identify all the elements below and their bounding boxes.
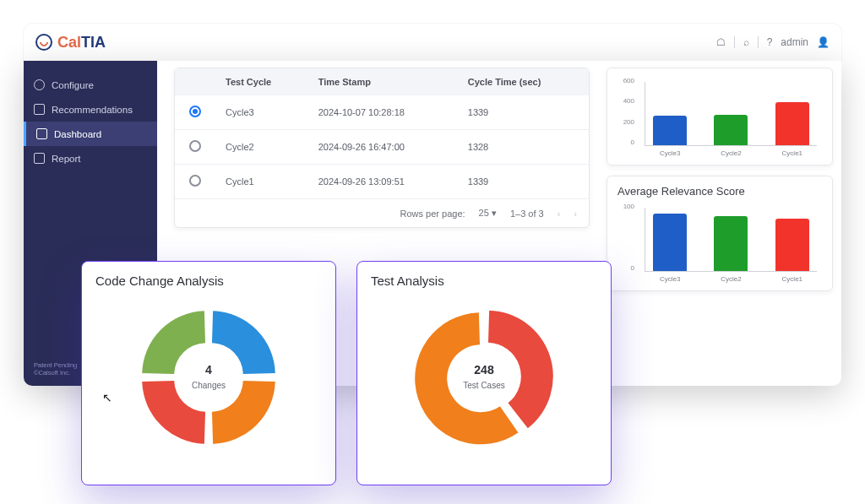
sidebar-item-label: Configure: [52, 80, 94, 90]
search-icon[interactable]: ⌕: [743, 36, 749, 48]
test-analysis-card: Test Analysis 248 Test Cases: [356, 261, 612, 485]
pager-range: 1–3 of 3: [510, 209, 544, 219]
code-change-title: Code Change Analysis: [95, 274, 322, 288]
sidebar-item-report[interactable]: Report: [24, 146, 157, 171]
notifications-icon[interactable]: ☖: [716, 36, 726, 48]
sidebar-item-label: Report: [52, 154, 81, 164]
sidebar-item-label: Recommendations: [52, 105, 133, 115]
sparkle-icon: [34, 104, 45, 115]
col-select: [175, 68, 215, 95]
code-change-count: 4: [192, 363, 226, 377]
test-cycle-table-card: Test Cycle Time Stamp Cycle Time (sec) C…: [174, 68, 590, 228]
table-row[interactable]: Cycle3 2024-10-07 10:28:18 1339: [175, 95, 589, 130]
sidebar-item-configure[interactable]: Configure: [24, 73, 157, 97]
row-radio[interactable]: [189, 106, 201, 117]
code-change-card: Code Change Analysis 4 Changes ↖: [81, 261, 336, 485]
code-change-label: Changes: [192, 381, 226, 390]
gear-icon: [34, 79, 45, 90]
overlay-cards: Code Change Analysis 4 Changes ↖ Test An…: [81, 261, 612, 485]
document-icon: [34, 153, 45, 164]
test-analysis-title: Test Analysis: [371, 274, 597, 288]
main-right: 6004002000 Cycle3Cycle2Cycle1 Average Re…: [607, 61, 833, 386]
rows-per-page-label: Rows per page:: [400, 209, 465, 219]
cursor-icon: ↖: [102, 391, 112, 404]
col-cycletime: Cycle Time (sec): [458, 68, 589, 95]
sidebar-item-dashboard[interactable]: Dashboard: [24, 122, 157, 146]
table-pager: Rows per page: 25 ▾ 1–3 of 3 ‹ ›: [175, 199, 589, 227]
avg-relevance-title: Average Relevance Score: [617, 185, 822, 198]
test-analysis-count: 248: [463, 363, 504, 377]
brand-prefix: Cal: [57, 34, 81, 51]
col-testcycle: Test Cycle: [215, 68, 308, 95]
rows-per-page-select[interactable]: 25 ▾: [479, 208, 497, 219]
row-radio[interactable]: [189, 140, 201, 152]
pager-next-icon[interactable]: ›: [574, 209, 577, 219]
app-bar: CalTIA ☖ ⌕ ? admin 👤: [24, 24, 841, 61]
help-icon[interactable]: ?: [767, 36, 773, 48]
test-cycle-table: Test Cycle Time Stamp Cycle Time (sec) C…: [175, 68, 589, 199]
sidebar-item-label: Dashboard: [54, 129, 101, 139]
cycle-time-chart-card: 6004002000 Cycle3Cycle2Cycle1: [607, 68, 833, 165]
app-logo: CalTIA: [35, 34, 106, 51]
user-label[interactable]: admin: [781, 36, 808, 48]
table-row[interactable]: Cycle1 2024-09-26 13:09:51 1339: [175, 165, 589, 199]
avg-relevance-chart-card: Average Relevance Score 1000 Cycle3Cycle…: [607, 176, 833, 291]
sidebar-item-recommendations[interactable]: Recommendations: [24, 97, 157, 122]
user-avatar-icon[interactable]: 👤: [817, 36, 830, 48]
pager-prev-icon[interactable]: ‹: [558, 209, 561, 219]
logo-icon: [35, 34, 52, 51]
row-radio[interactable]: [189, 175, 201, 187]
brand-suffix: TIA: [81, 34, 106, 51]
table-row[interactable]: Cycle2 2024-09-26 16:47:00 1328: [175, 130, 589, 165]
sidebar-footer: Patent Pending ©Calsoft Inc.: [34, 361, 77, 378]
monitor-icon: [36, 128, 47, 139]
test-analysis-label: Test Cases: [463, 381, 504, 390]
col-timestamp: Time Stamp: [308, 68, 458, 95]
